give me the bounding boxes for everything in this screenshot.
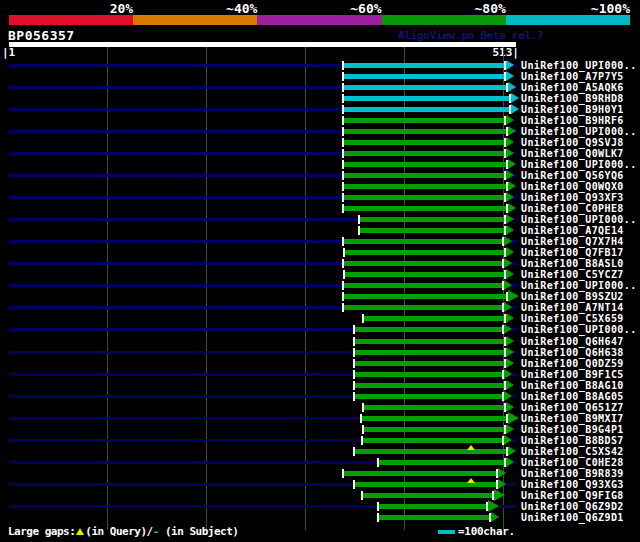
- alignment-arrowhead-icon[interactable]: [506, 313, 514, 323]
- alignment-start-tick: [342, 149, 344, 158]
- alignment-arrowhead-icon[interactable]: [504, 302, 512, 312]
- scale-label: ~60%: [350, 1, 381, 16]
- alignment-bar[interactable]: [343, 195, 505, 200]
- alignment-bar[interactable]: [343, 206, 507, 211]
- alignment-bar[interactable]: [343, 151, 505, 156]
- scale-label: ~100%: [591, 1, 630, 16]
- alignment-start-tick: [377, 513, 379, 522]
- alignment-arrowhead-icon[interactable]: [506, 402, 514, 412]
- alignment-arrowhead-icon[interactable]: [511, 104, 519, 114]
- alignment-arrowhead-icon[interactable]: [508, 159, 516, 169]
- alignment-bar[interactable]: [343, 173, 505, 178]
- alignment-bar[interactable]: [343, 118, 505, 123]
- alignment-bar[interactable]: [343, 96, 510, 101]
- alignment-arrowhead-icon[interactable]: [506, 148, 514, 158]
- alignment-arrowhead-icon[interactable]: [508, 203, 516, 213]
- alignment-bar[interactable]: [362, 493, 494, 498]
- alignment-bar[interactable]: [354, 350, 506, 355]
- alignment-bar[interactable]: [344, 272, 505, 277]
- alignment-arrowhead-icon[interactable]: [504, 236, 512, 246]
- alignment-bar[interactable]: [343, 471, 497, 476]
- alignment-arrowhead-icon[interactable]: [504, 324, 512, 334]
- alignment-bar[interactable]: [343, 140, 505, 145]
- alignment-bar[interactable]: [343, 107, 510, 112]
- alignment-start-tick: [377, 458, 379, 467]
- ruler-end-label: 513|: [493, 46, 520, 59]
- alignment-bar[interactable]: [354, 383, 506, 388]
- alignment-arrowhead-icon[interactable]: [506, 380, 514, 390]
- alignment-arrowhead-icon[interactable]: [506, 269, 514, 279]
- alignment-arrowhead-icon[interactable]: [508, 82, 516, 92]
- scale-legend-text: =100char.: [458, 525, 515, 538]
- hit-label[interactable]: UniRef100_Q6Z9D1: [521, 512, 624, 523]
- alignment-start-tick: [353, 370, 355, 379]
- alignment-arrowhead-icon[interactable]: [508, 126, 516, 136]
- alignment-bar[interactable]: [363, 405, 506, 410]
- alignment-start-tick: [342, 237, 344, 246]
- alignment-arrowhead-icon[interactable]: [498, 468, 506, 478]
- alignment-arrowhead-icon[interactable]: [508, 181, 516, 191]
- alignment-arrowhead-icon[interactable]: [506, 192, 514, 202]
- alignment-bar[interactable]: [343, 74, 505, 79]
- alignment-bar[interactable]: [378, 504, 487, 509]
- alignment-arrowhead-icon[interactable]: [506, 457, 514, 467]
- alignment-bar[interactable]: [354, 449, 507, 454]
- alignment-start-tick: [342, 182, 344, 191]
- alignment-bar[interactable]: [343, 129, 507, 134]
- alignment-bar[interactable]: [363, 427, 506, 432]
- alignment-arrowhead-icon[interactable]: [491, 512, 499, 522]
- alignment-bar[interactable]: [362, 438, 504, 443]
- alignment-bar[interactable]: [343, 184, 507, 189]
- alignment-arrowhead-icon[interactable]: [506, 71, 514, 81]
- alignment-start-tick: [353, 359, 355, 368]
- gap-marker-up-triangle-icon: [467, 478, 475, 483]
- gap-marker-up-triangle-icon: [467, 445, 475, 450]
- alignment-bar[interactable]: [343, 85, 507, 90]
- alignment-bar[interactable]: [354, 482, 498, 487]
- alignment-arrowhead-icon[interactable]: [508, 446, 516, 456]
- alignment-bar[interactable]: [354, 327, 504, 332]
- alignment-bar[interactable]: [354, 339, 506, 344]
- alignment-arrowhead-icon[interactable]: [504, 391, 512, 401]
- alignment-bar[interactable]: [378, 460, 505, 465]
- alignment-arrowhead-icon[interactable]: [506, 214, 514, 224]
- alignment-arrowhead-icon[interactable]: [511, 93, 519, 103]
- alignment-arrowhead-icon[interactable]: [506, 424, 514, 434]
- alignment-bar[interactable]: [361, 416, 508, 421]
- alignment-start-tick: [342, 72, 344, 81]
- alignment-arrowhead-icon[interactable]: [506, 347, 514, 357]
- alignment-arrowhead-icon[interactable]: [504, 435, 512, 445]
- alignment-arrowhead-icon[interactable]: [506, 247, 514, 257]
- alignment-bar[interactable]: [344, 250, 505, 255]
- alignment-bar[interactable]: [343, 63, 505, 68]
- alignment-arrowhead-icon[interactable]: [506, 115, 514, 125]
- alignment-arrowhead-icon[interactable]: [506, 358, 514, 368]
- alignment-arrowhead-icon[interactable]: [506, 60, 514, 70]
- alignment-arrowhead-icon[interactable]: [504, 258, 512, 268]
- alignment-bar[interactable]: [343, 261, 503, 266]
- scale-segment: [506, 15, 630, 25]
- alignment-bar[interactable]: [359, 228, 506, 233]
- alignment-arrowhead-icon[interactable]: [506, 170, 514, 180]
- alignment-arrowhead-icon[interactable]: [506, 336, 514, 346]
- alignment-bar[interactable]: [343, 294, 507, 299]
- alignment-bar[interactable]: [359, 217, 506, 222]
- scale-label: 20%: [110, 1, 133, 16]
- alignment-start-tick: [342, 303, 344, 312]
- alignment-bar[interactable]: [343, 305, 503, 310]
- alignment-arrowhead-icon[interactable]: [504, 369, 512, 379]
- alignment-arrowhead-icon[interactable]: [506, 137, 514, 147]
- alignment-start-tick: [342, 105, 344, 114]
- alignment-bar[interactable]: [343, 283, 503, 288]
- alignment-bar[interactable]: [378, 515, 490, 520]
- alignment-arrowhead-icon[interactable]: [504, 280, 512, 290]
- alignment-bar[interactable]: [343, 162, 507, 167]
- alignment-arrowhead-icon[interactable]: [506, 225, 514, 235]
- alignment-arrowhead-icon[interactable]: [498, 479, 506, 489]
- alignment-start-tick: [358, 226, 360, 235]
- alignment-bar[interactable]: [354, 394, 504, 399]
- alignment-bar[interactable]: [363, 316, 506, 321]
- alignment-bar[interactable]: [343, 239, 503, 244]
- alignment-bar[interactable]: [354, 361, 506, 366]
- alignment-bar[interactable]: [354, 372, 504, 377]
